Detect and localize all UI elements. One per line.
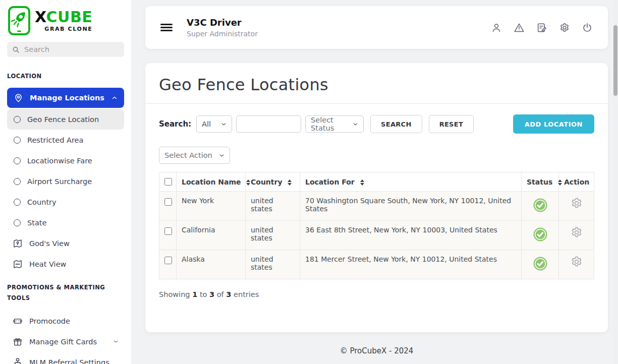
location-pin-icon — [14, 93, 23, 103]
app-subtitle: Super Administrator — [187, 30, 258, 38]
sidebar-item-label: Country — [27, 198, 57, 206]
radio-circle-icon — [14, 157, 21, 164]
sidebar-item-gods-view[interactable]: God's View — [7, 233, 124, 254]
action-select[interactable]: Select Action — [159, 147, 230, 164]
power-icon[interactable] — [582, 22, 593, 33]
select-all-checkbox[interactable] — [164, 178, 172, 186]
sidebar-item-state[interactable]: State — [7, 212, 124, 233]
page-footer: © ProCubeX - 2024 — [145, 346, 608, 355]
search-icon — [12, 46, 20, 53]
status-active-icon[interactable] — [533, 256, 548, 271]
cell-location-name: Alaska — [177, 250, 246, 279]
sidebar-item-manage-locations[interactable]: Manage Locations — [7, 88, 124, 108]
action-select-value: Select Action — [164, 151, 212, 159]
page-header: Geo Fence Locations — [145, 63, 608, 104]
sidebar-item-label: Promocode — [29, 317, 70, 325]
coupon-icon — [13, 316, 23, 326]
report-edit-icon[interactable] — [536, 22, 547, 33]
sidebar-item-promocode[interactable]: Promocode — [7, 311, 124, 331]
section-label-location: LOCATION — [7, 71, 124, 82]
search-label: Search: — [159, 119, 191, 129]
row-settings-gear-icon[interactable] — [570, 255, 583, 268]
map-dots-icon — [13, 259, 23, 269]
page-title: Geo Fence Locations — [159, 75, 594, 94]
radio-circle-icon — [14, 219, 21, 226]
sidebar-item-label: Locationwise Fare — [27, 157, 92, 165]
header-location-name[interactable]: Location Name — [177, 172, 246, 192]
warning-icon[interactable] — [514, 22, 525, 33]
sort-icon — [246, 179, 250, 186]
menu-toggle-icon[interactable] — [160, 22, 173, 33]
row-checkbox[interactable] — [164, 198, 172, 206]
chevron-down-icon — [221, 122, 227, 127]
user-icon[interactable] — [491, 22, 502, 33]
chevron-down-icon — [113, 339, 119, 344]
header-location-for[interactable]: Location For — [300, 172, 522, 192]
main-content-card: Geo Fence Locations Search: All Select S… — [145, 63, 608, 332]
cell-location-for: 70 Washington Square South, New York, NY… — [300, 192, 522, 221]
search-text-input[interactable] — [236, 115, 301, 133]
sidebar-item-label: God's View — [29, 239, 70, 248]
sidebar: XCUBE GRAB CLONE LOCATION Manage Locatio… — [0, 0, 131, 364]
sidebar-search-box[interactable] — [7, 42, 124, 57]
status-active-icon[interactable] — [533, 227, 548, 242]
brand-phone-rocket-icon — [8, 6, 30, 35]
row-checkbox[interactable] — [164, 227, 172, 235]
status-select[interactable]: Select Status — [305, 115, 364, 133]
table-row: Alaska united states 181 Mercer Street, … — [159, 250, 594, 279]
header-status[interactable]: Status — [522, 172, 559, 192]
sidebar-item-mlm-referral-settings[interactable]: MLM Referral Settings — [7, 352, 124, 364]
sidebar-item-locationwise-fare[interactable]: Locationwise Fare — [7, 150, 124, 171]
chevron-up-icon — [111, 95, 118, 101]
sidebar-item-country[interactable]: Country — [7, 192, 124, 212]
brand-cube: CUBE — [46, 8, 93, 26]
cell-country: united states — [246, 250, 300, 279]
header-action: Action — [559, 172, 594, 192]
sidebar-item-manage-gift-cards[interactable]: Manage Gift Cards — [7, 331, 124, 352]
sidebar-search-input[interactable] — [24, 45, 119, 53]
table-row: New York united states 70 Washington Squ… — [159, 192, 594, 221]
radio-circle-icon — [14, 178, 21, 185]
sidebar-item-restricted-area[interactable]: Restricted Area — [7, 130, 124, 150]
sidebar-item-airport-surcharge[interactable]: Airport Surcharge — [7, 171, 124, 192]
section-label-promotions: PROMOTIONS & MARKETING TOOLS — [7, 282, 124, 304]
cell-location-name: New York — [177, 192, 246, 221]
brand-logo[interactable]: XCUBE GRAB CLONE — [7, 5, 124, 35]
filter-toolbar: Search: All Select Status SEARCH RESET A… — [145, 104, 608, 134]
app-title-block: V3C Driver Super Administrator — [187, 17, 258, 38]
search-button[interactable]: SEARCH — [370, 115, 422, 133]
table-header-row: Location Name Country Location For Statu… — [159, 172, 594, 192]
sidebar-item-geo-fence-location[interactable]: Geo Fence Location — [7, 109, 124, 130]
scrollbar-thumb[interactable] — [613, 25, 617, 96]
add-location-button[interactable]: ADD LOCATION — [513, 114, 594, 134]
reset-button[interactable]: RESET — [429, 115, 474, 133]
chevron-down-icon — [353, 122, 358, 127]
settings-gear-icon[interactable] — [559, 22, 570, 33]
table-row: California united states 36 East 8th Str… — [159, 221, 594, 250]
page-scrollbar — [613, 0, 618, 364]
brand-wordmark: XCUBE GRAB CLONE — [35, 9, 92, 32]
map-pin-icon — [13, 238, 23, 249]
chevron-down-icon — [219, 153, 224, 158]
row-settings-gear-icon[interactable] — [570, 197, 583, 210]
cell-location-for: 181 Mercer Street, New York, NY 10012, U… — [300, 250, 522, 279]
radio-circle-icon — [14, 116, 21, 123]
cell-country: united states — [246, 221, 300, 250]
header-country[interactable]: Country — [246, 172, 300, 192]
row-checkbox[interactable] — [164, 257, 172, 264]
gift-icon — [13, 337, 23, 347]
sidebar-item-heat-view[interactable]: Heat View — [7, 254, 124, 274]
sidebar-item-label: Manage Locations — [30, 94, 104, 102]
brand-x: X — [35, 8, 46, 26]
topbar-icons — [491, 22, 593, 33]
app-title: V3C Driver — [187, 17, 258, 28]
sidebar-item-label: MLM Referral Settings — [29, 358, 109, 364]
row-settings-gear-icon[interactable] — [570, 226, 583, 239]
sort-icon — [360, 179, 364, 186]
sidebar-item-label: Heat View — [29, 260, 66, 268]
brand-tagline: GRAB CLONE — [35, 26, 92, 32]
topbar: V3C Driver Super Administrator — [145, 6, 608, 49]
org-chart-icon — [13, 357, 23, 364]
status-active-icon[interactable] — [533, 198, 548, 213]
search-field-select[interactable]: All — [196, 115, 232, 133]
